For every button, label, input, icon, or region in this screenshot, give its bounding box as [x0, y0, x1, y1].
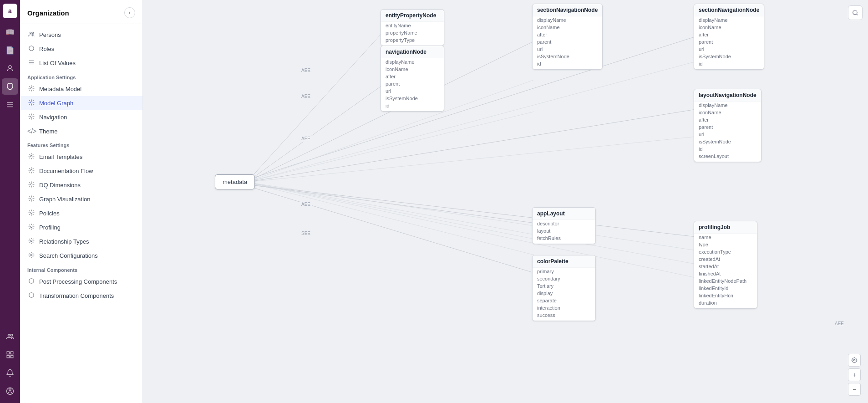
snav2-field-id: id — [694, 60, 764, 69]
node-app-layout[interactable]: appLayout descriptor layout fetchRules — [532, 207, 596, 244]
transformation-icon — [27, 292, 36, 300]
node-color-palette[interactable]: colorPalette primary secondary Tertiary … — [532, 255, 596, 321]
list-of-values-icon — [27, 59, 36, 67]
lnav-field-iconName: iconName — [694, 109, 761, 116]
svg-point-20 — [30, 116, 32, 117]
graph-area[interactable]: AEE AEE AEE AEE SEE AEE metadata entityP… — [143, 0, 868, 403]
sidebar: Organization ‹ Persons Roles List Of Val… — [20, 0, 143, 403]
nav-book[interactable]: 📖 — [2, 24, 18, 40]
sidebar-title: Organization — [27, 9, 69, 17]
svg-point-21 — [30, 155, 32, 157]
sidebar-item-roles-label: Roles — [39, 46, 54, 52]
snav-field-parent: parent — [533, 38, 602, 46]
center-node[interactable]: metadata — [215, 174, 255, 189]
sidebar-item-graph-visualization[interactable]: Graph Visualization — [20, 192, 142, 206]
pj-field-duration: duration — [694, 299, 757, 308]
sidebar-item-list-of-values[interactable]: List Of Values — [20, 56, 142, 70]
nav-list[interactable] — [2, 97, 18, 113]
svg-point-48 — [853, 10, 857, 15]
svg-point-51 — [852, 358, 857, 363]
edge-label-aee-4: AEE — [300, 201, 312, 207]
lnav-field-screenLayout: screenLayout — [694, 153, 761, 162]
sidebar-collapse-button[interactable]: ‹ — [124, 7, 135, 18]
svg-rect-9 — [11, 356, 13, 358]
nav-docs[interactable]: 📄 — [2, 42, 18, 58]
cp-field-tertiary: Tertiary — [533, 282, 595, 290]
zoom-in-button[interactable]: + — [848, 368, 861, 381]
snav2-field-url: url — [694, 46, 764, 53]
navigation-icon — [27, 113, 36, 121]
sidebar-item-transformation[interactable]: Transformation Components — [20, 289, 142, 303]
sidebar-item-theme-label: Theme — [39, 128, 57, 135]
node-entity-property[interactable]: entityPropertyNode entityName propertyNa… — [381, 9, 444, 46]
sidebar-item-search-configurations[interactable]: Search Configurations — [20, 249, 142, 263]
pj-field-finishedAt: finishedAt — [694, 270, 757, 277]
node-section-nav-2-title: sectionNavigationNode — [694, 4, 764, 16]
search-button[interactable] — [848, 5, 863, 20]
node-profiling-job[interactable]: profilingJob name type executionType cre… — [694, 221, 757, 309]
field-entityName: entityName — [381, 22, 444, 29]
locate-button[interactable] — [848, 354, 861, 367]
nav-shield[interactable] — [2, 78, 18, 95]
svg-point-24 — [30, 198, 32, 199]
pj-field-executionType: executionType — [694, 248, 757, 255]
sidebar-item-policies-label: Policies — [39, 210, 60, 217]
cp-field-success: success — [533, 311, 595, 321]
sidebar-item-documentation-flow-label: Documentation Flow — [39, 168, 93, 174]
node-layout-nav[interactable]: layoutNavigationNode displayName iconNam… — [694, 89, 761, 162]
cp-field-primary: primary — [533, 268, 595, 275]
pj-field-linkedEntityHcn: linkedEntityHcn — [694, 292, 757, 299]
sidebar-content: Persons Roles List Of Values Application… — [20, 24, 142, 403]
node-section-nav-title: sectionNavigationNode — [533, 4, 602, 16]
svg-line-31 — [247, 34, 381, 182]
node-section-nav-2[interactable]: sectionNavigationNode displayName iconNa… — [694, 4, 764, 70]
zoom-out-button[interactable]: − — [848, 383, 861, 396]
svg-line-40 — [247, 112, 534, 182]
nav-users[interactable] — [2, 328, 18, 345]
snav-field-url: url — [533, 46, 602, 53]
sidebar-item-dq-dimensions[interactable]: DQ Dimensions — [20, 178, 142, 192]
svg-line-42 — [247, 137, 696, 182]
svg-line-34 — [247, 36, 696, 180]
node-navigation[interactable]: navigationNode displayName iconName afte… — [381, 46, 444, 112]
sidebar-item-documentation-flow[interactable]: Documentation Flow — [20, 164, 142, 178]
sidebar-item-model-graph[interactable]: Model Graph — [20, 96, 142, 110]
field-propertyType: propertyType — [381, 36, 444, 46]
sidebar-item-persons[interactable]: Persons — [20, 28, 142, 42]
node-navigation-title: navigationNode — [381, 46, 444, 58]
sidebar-item-relationship-types[interactable]: Relationship Types — [20, 235, 142, 249]
nav-bell[interactable] — [2, 365, 18, 381]
policies-icon — [27, 209, 36, 217]
sidebar-item-metadata-model[interactable]: Metadata Model — [20, 82, 142, 96]
sidebar-item-theme[interactable]: </> Theme — [20, 124, 142, 138]
nav-grid[interactable] — [2, 347, 18, 363]
nav-person[interactable] — [2, 60, 18, 77]
svg-point-12 — [30, 32, 32, 34]
sidebar-item-post-processing[interactable]: Post Processing Components — [20, 275, 142, 289]
sidebar-item-policies[interactable]: Policies — [20, 206, 142, 220]
sidebar-item-post-processing-label: Post Processing Components — [39, 278, 117, 285]
section-features-settings: Features Settings — [20, 138, 142, 150]
node-section-nav[interactable]: sectionNavigationNode displayName iconNa… — [532, 4, 603, 70]
app-logo[interactable]: a — [3, 4, 17, 18]
svg-line-41 — [247, 61, 696, 182]
email-templates-icon — [27, 153, 36, 161]
svg-point-30 — [29, 293, 34, 298]
snav2-field-after: after — [694, 31, 764, 38]
sidebar-item-roles[interactable]: Roles — [20, 42, 142, 56]
sidebar-item-profiling[interactable]: Profiling — [20, 220, 142, 235]
sidebar-item-email-templates[interactable]: Email Templates — [20, 150, 142, 164]
documentation-flow-icon — [27, 167, 36, 175]
sidebar-item-navigation[interactable]: Navigation — [20, 110, 142, 124]
icon-bar: a 📖 📄 — [0, 0, 20, 403]
nav-user-avatar[interactable] — [2, 383, 18, 399]
cp-field-display: display — [533, 290, 595, 297]
svg-line-44 — [247, 182, 534, 255]
lnav-field-displayName: displayName — [694, 102, 761, 109]
nav-field-after: after — [381, 73, 444, 80]
svg-rect-8 — [7, 356, 9, 358]
svg-point-22 — [30, 169, 32, 171]
svg-point-0 — [9, 66, 11, 68]
theme-icon: </> — [27, 128, 36, 135]
svg-line-49 — [857, 14, 858, 15]
